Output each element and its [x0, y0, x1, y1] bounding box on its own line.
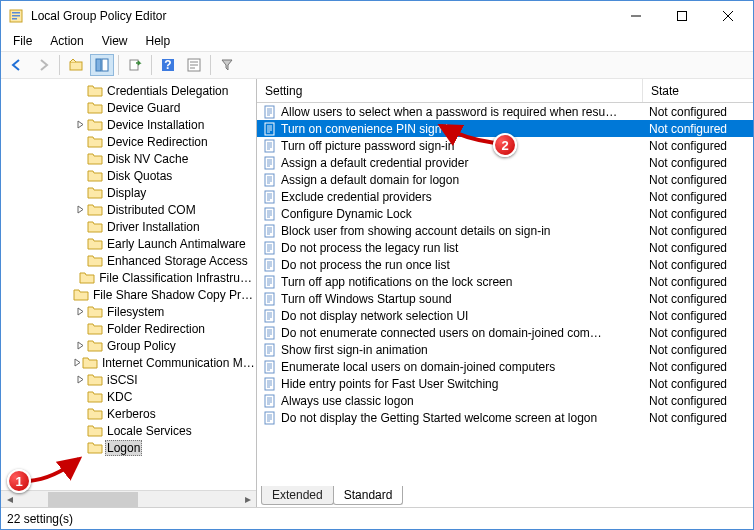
- tree-item[interactable]: Disk Quotas: [71, 167, 256, 184]
- folder-icon: [87, 424, 103, 438]
- svg-rect-1: [12, 12, 20, 14]
- setting-row[interactable]: Turn off app notifications on the lock s…: [257, 273, 753, 290]
- filter-button[interactable]: [215, 54, 239, 76]
- svg-rect-9: [96, 59, 101, 71]
- tree-scroll[interactable]: Credentials DelegationDevice GuardDevice…: [1, 79, 256, 490]
- svg-rect-19: [265, 123, 274, 135]
- tree-item[interactable]: Internet Communication M…: [71, 354, 256, 371]
- up-button[interactable]: [64, 54, 88, 76]
- folder-icon: [87, 441, 103, 455]
- expand-icon[interactable]: [73, 205, 87, 214]
- minimize-button[interactable]: [613, 1, 659, 31]
- tree-item[interactable]: Distributed COM: [71, 201, 256, 218]
- setting-row[interactable]: Turn on convenience PIN sign-inNot confi…: [257, 120, 753, 137]
- menu-action[interactable]: Action: [42, 32, 91, 50]
- setting-row[interactable]: Show first sign-in animationNot configur…: [257, 341, 753, 358]
- tree-item[interactable]: Folder Redirection: [71, 320, 256, 337]
- setting-row[interactable]: Always use classic logonNot configured: [257, 392, 753, 409]
- tree-item[interactable]: Locale Services: [71, 422, 256, 439]
- svg-rect-31: [265, 327, 274, 339]
- forward-button[interactable]: [31, 54, 55, 76]
- tree-h-scrollbar[interactable]: ◂ ▸: [1, 490, 256, 507]
- tree-item[interactable]: Enhanced Storage Access: [71, 252, 256, 269]
- tree-item-label: Internet Communication M…: [100, 356, 256, 370]
- tree-item[interactable]: Early Launch Antimalware: [71, 235, 256, 252]
- close-button[interactable]: [705, 1, 751, 31]
- tree-item[interactable]: Kerberos: [71, 405, 256, 422]
- expand-icon[interactable]: [73, 120, 87, 129]
- folder-icon: [87, 407, 103, 421]
- setting-row[interactable]: Assign a default credential providerNot …: [257, 154, 753, 171]
- back-button[interactable]: [5, 54, 29, 76]
- help-button[interactable]: ?: [156, 54, 180, 76]
- tree-item[interactable]: Filesystem: [71, 303, 256, 320]
- tree-pane: Credentials DelegationDevice GuardDevice…: [1, 79, 257, 507]
- svg-rect-24: [265, 208, 274, 220]
- setting-row[interactable]: Turn off Windows Startup soundNot config…: [257, 290, 753, 307]
- tab-extended[interactable]: Extended: [261, 486, 334, 505]
- tree-item[interactable]: Device Installation: [71, 116, 256, 133]
- setting-row[interactable]: Enumerate local users on domain-joined c…: [257, 358, 753, 375]
- setting-row[interactable]: Allow users to select when a password is…: [257, 103, 753, 120]
- tree-item[interactable]: KDC: [71, 388, 256, 405]
- tree-item[interactable]: File Classification Infrastru…: [71, 269, 256, 286]
- show-hide-tree-button[interactable]: [90, 54, 114, 76]
- folder-icon: [87, 390, 103, 404]
- setting-row[interactable]: Assign a default domain for logonNot con…: [257, 171, 753, 188]
- setting-row[interactable]: Do not display network selection UINot c…: [257, 307, 753, 324]
- svg-rect-27: [265, 259, 274, 271]
- svg-text:?: ?: [164, 58, 171, 72]
- tree-item[interactable]: Disk NV Cache: [71, 150, 256, 167]
- tree-item-label: Device Guard: [105, 101, 182, 115]
- setting-row[interactable]: Do not process the legacy run listNot co…: [257, 239, 753, 256]
- expand-icon[interactable]: [73, 307, 87, 316]
- tree-item[interactable]: Display: [71, 184, 256, 201]
- expand-icon[interactable]: [73, 341, 87, 350]
- setting-row[interactable]: Configure Dynamic LockNot configured: [257, 205, 753, 222]
- tree-item[interactable]: Logon: [71, 439, 256, 456]
- folder-icon: [87, 118, 103, 132]
- setting-row[interactable]: Do not process the run once listNot conf…: [257, 256, 753, 273]
- svg-rect-28: [265, 276, 274, 288]
- tree-item[interactable]: Group Policy: [71, 337, 256, 354]
- setting-row[interactable]: Do not enumerate connected users on doma…: [257, 324, 753, 341]
- setting-cell: Always use classic logon: [257, 394, 643, 408]
- tree-item[interactable]: File Share Shadow Copy Pr…: [71, 286, 256, 303]
- tree-item[interactable]: Credentials Delegation: [71, 82, 256, 99]
- scroll-right-icon[interactable]: ▸: [239, 491, 256, 508]
- tree-item[interactable]: Device Guard: [71, 99, 256, 116]
- scroll-thumb[interactable]: [48, 492, 138, 507]
- expand-icon[interactable]: [73, 375, 87, 384]
- setting-row[interactable]: Do not display the Getting Started welco…: [257, 409, 753, 426]
- maximize-button[interactable]: [659, 1, 705, 31]
- folder-icon: [87, 169, 103, 183]
- menu-help[interactable]: Help: [138, 32, 179, 50]
- tree-item-label: Filesystem: [105, 305, 166, 319]
- export-button[interactable]: [123, 54, 147, 76]
- menu-file[interactable]: File: [5, 32, 40, 50]
- properties-button[interactable]: [182, 54, 206, 76]
- tree-item[interactable]: iSCSI: [71, 371, 256, 388]
- setting-label: Enumerate local users on domain-joined c…: [281, 360, 555, 374]
- setting-cell: Assign a default credential provider: [257, 156, 643, 170]
- column-state[interactable]: State: [643, 79, 753, 102]
- state-cell: Not configured: [643, 275, 753, 289]
- tab-standard[interactable]: Standard: [333, 486, 404, 505]
- window-title: Local Group Policy Editor: [31, 9, 613, 23]
- tree-item[interactable]: Device Redirection: [71, 133, 256, 150]
- tree-item-label: Logon: [105, 440, 142, 456]
- tree-item[interactable]: Driver Installation: [71, 218, 256, 235]
- column-setting[interactable]: Setting: [257, 79, 643, 102]
- setting-row[interactable]: Block user from showing account details …: [257, 222, 753, 239]
- setting-row[interactable]: Hide entry points for Fast User Switchin…: [257, 375, 753, 392]
- tree-item-label: File Share Shadow Copy Pr…: [91, 288, 255, 302]
- tree-item-label: iSCSI: [105, 373, 140, 387]
- tree-item-label: Enhanced Storage Access: [105, 254, 250, 268]
- scroll-left-icon[interactable]: ◂: [1, 491, 18, 508]
- setting-row[interactable]: Turn off picture password sign-inNot con…: [257, 137, 753, 154]
- setting-cell: Do not display network selection UI: [257, 309, 643, 323]
- list-body[interactable]: Allow users to select when a password is…: [257, 103, 753, 485]
- menu-view[interactable]: View: [94, 32, 136, 50]
- expand-icon[interactable]: [73, 358, 82, 367]
- setting-row[interactable]: Exclude credential providersNot configur…: [257, 188, 753, 205]
